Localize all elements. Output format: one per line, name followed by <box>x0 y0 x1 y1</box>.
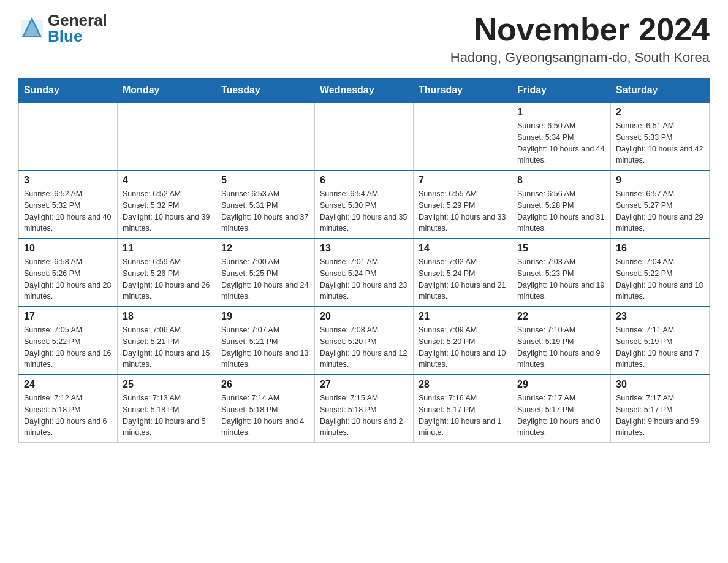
table-row: 13Sunrise: 7:01 AMSunset: 5:24 PMDayligh… <box>315 239 414 307</box>
table-row <box>118 102 216 170</box>
day-info: Sunrise: 7:10 AMSunset: 5:19 PMDaylight:… <box>517 324 605 370</box>
table-row: 16Sunrise: 7:04 AMSunset: 5:22 PMDayligh… <box>611 239 710 307</box>
day-info: Sunrise: 6:59 AMSunset: 5:26 PMDaylight:… <box>123 256 211 302</box>
table-row: 12Sunrise: 7:00 AMSunset: 5:25 PMDayligh… <box>216 239 315 307</box>
day-number: 9 <box>616 175 704 186</box>
day-number: 12 <box>221 243 309 254</box>
day-number: 20 <box>320 311 408 322</box>
calendar-week-row: 24Sunrise: 7:12 AMSunset: 5:18 PMDayligh… <box>19 375 710 443</box>
day-info: Sunrise: 7:02 AMSunset: 5:24 PMDaylight:… <box>419 256 507 302</box>
table-row <box>216 102 315 170</box>
table-row: 27Sunrise: 7:15 AMSunset: 5:18 PMDayligh… <box>315 375 414 443</box>
day-number: 6 <box>320 175 408 186</box>
col-monday: Monday <box>118 79 216 103</box>
day-info: Sunrise: 6:57 AMSunset: 5:27 PMDaylight:… <box>616 188 704 234</box>
day-info: Sunrise: 7:17 AMSunset: 5:17 PMDaylight:… <box>517 393 605 439</box>
day-number: 8 <box>517 175 605 186</box>
day-number: 1 <box>517 107 605 118</box>
calendar-table: Sunday Monday Tuesday Wednesday Thursday… <box>18 78 710 443</box>
day-number: 15 <box>517 243 605 254</box>
day-number: 16 <box>616 243 704 254</box>
calendar-header-row: Sunday Monday Tuesday Wednesday Thursday… <box>19 79 710 103</box>
day-info: Sunrise: 6:53 AMSunset: 5:31 PMDaylight:… <box>221 188 309 234</box>
day-info: Sunrise: 7:13 AMSunset: 5:18 PMDaylight:… <box>123 393 211 439</box>
table-row: 25Sunrise: 7:13 AMSunset: 5:18 PMDayligh… <box>118 375 216 443</box>
day-info: Sunrise: 6:54 AMSunset: 5:30 PMDaylight:… <box>320 188 408 234</box>
table-row: 19Sunrise: 7:07 AMSunset: 5:21 PMDayligh… <box>216 307 315 375</box>
day-info: Sunrise: 7:01 AMSunset: 5:24 PMDaylight:… <box>320 256 408 302</box>
table-row: 15Sunrise: 7:03 AMSunset: 5:23 PMDayligh… <box>512 239 611 307</box>
calendar-week-row: 1Sunrise: 6:50 AMSunset: 5:34 PMDaylight… <box>19 102 710 170</box>
table-row: 2Sunrise: 6:51 AMSunset: 5:33 PMDaylight… <box>611 102 710 170</box>
table-row: 6Sunrise: 6:54 AMSunset: 5:30 PMDaylight… <box>315 170 414 239</box>
logo-area: General Blue <box>18 12 107 44</box>
col-sunday: Sunday <box>19 79 118 103</box>
table-row: 20Sunrise: 7:08 AMSunset: 5:20 PMDayligh… <box>315 307 414 375</box>
table-row: 3Sunrise: 6:52 AMSunset: 5:32 PMDaylight… <box>19 170 118 239</box>
day-number: 23 <box>616 311 704 322</box>
table-row: 4Sunrise: 6:52 AMSunset: 5:32 PMDaylight… <box>118 170 216 239</box>
table-row: 24Sunrise: 7:12 AMSunset: 5:18 PMDayligh… <box>19 375 118 443</box>
title-area: November 2024 Hadong, Gyeongsangnam-do, … <box>450 12 710 66</box>
day-info: Sunrise: 7:14 AMSunset: 5:18 PMDaylight:… <box>221 393 309 439</box>
col-friday: Friday <box>512 79 611 103</box>
table-row <box>19 102 118 170</box>
day-number: 10 <box>24 243 112 254</box>
day-number: 22 <box>517 311 605 322</box>
table-row: 11Sunrise: 6:59 AMSunset: 5:26 PMDayligh… <box>118 239 216 307</box>
day-number: 17 <box>24 311 112 322</box>
day-number: 24 <box>24 379 112 390</box>
day-info: Sunrise: 6:50 AMSunset: 5:34 PMDaylight:… <box>517 120 605 166</box>
table-row: 21Sunrise: 7:09 AMSunset: 5:20 PMDayligh… <box>414 307 512 375</box>
day-info: Sunrise: 7:06 AMSunset: 5:21 PMDaylight:… <box>123 324 211 370</box>
table-row: 1Sunrise: 6:50 AMSunset: 5:34 PMDaylight… <box>512 102 611 170</box>
table-row: 10Sunrise: 6:58 AMSunset: 5:26 PMDayligh… <box>19 239 118 307</box>
table-row: 9Sunrise: 6:57 AMSunset: 5:27 PMDaylight… <box>611 170 710 239</box>
day-info: Sunrise: 7:12 AMSunset: 5:18 PMDaylight:… <box>24 393 112 439</box>
day-number: 7 <box>419 175 507 186</box>
day-number: 11 <box>123 243 211 254</box>
col-saturday: Saturday <box>611 79 710 103</box>
day-info: Sunrise: 6:56 AMSunset: 5:28 PMDaylight:… <box>517 188 605 234</box>
day-number: 26 <box>221 379 309 390</box>
table-row <box>315 102 414 170</box>
col-thursday: Thursday <box>414 79 512 103</box>
table-row <box>414 102 512 170</box>
day-number: 27 <box>320 379 408 390</box>
table-row: 30Sunrise: 7:17 AMSunset: 5:17 PMDayligh… <box>611 375 710 443</box>
col-wednesday: Wednesday <box>315 79 414 103</box>
page-title: November 2024 <box>450 12 710 47</box>
day-number: 13 <box>320 243 408 254</box>
day-info: Sunrise: 7:00 AMSunset: 5:25 PMDaylight:… <box>221 256 309 302</box>
day-info: Sunrise: 7:15 AMSunset: 5:18 PMDaylight:… <box>320 393 408 439</box>
table-row: 28Sunrise: 7:16 AMSunset: 5:17 PMDayligh… <box>414 375 512 443</box>
day-info: Sunrise: 7:04 AMSunset: 5:22 PMDaylight:… <box>616 256 704 302</box>
calendar-week-row: 10Sunrise: 6:58 AMSunset: 5:26 PMDayligh… <box>19 239 710 307</box>
day-number: 18 <box>123 311 211 322</box>
day-info: Sunrise: 7:11 AMSunset: 5:19 PMDaylight:… <box>616 324 704 370</box>
calendar-week-row: 17Sunrise: 7:05 AMSunset: 5:22 PMDayligh… <box>19 307 710 375</box>
day-info: Sunrise: 6:58 AMSunset: 5:26 PMDaylight:… <box>24 256 112 302</box>
day-info: Sunrise: 6:51 AMSunset: 5:33 PMDaylight:… <box>616 120 704 166</box>
table-row: 29Sunrise: 7:17 AMSunset: 5:17 PMDayligh… <box>512 375 611 443</box>
day-info: Sunrise: 7:03 AMSunset: 5:23 PMDaylight:… <box>517 256 605 302</box>
day-info: Sunrise: 7:05 AMSunset: 5:22 PMDaylight:… <box>24 324 112 370</box>
day-number: 5 <box>221 175 309 186</box>
table-row: 22Sunrise: 7:10 AMSunset: 5:19 PMDayligh… <box>512 307 611 375</box>
table-row: 26Sunrise: 7:14 AMSunset: 5:18 PMDayligh… <box>216 375 315 443</box>
day-number: 19 <box>221 311 309 322</box>
logo-blue-text: Blue <box>48 28 107 44</box>
day-number: 4 <box>123 175 211 186</box>
day-number: 28 <box>419 379 507 390</box>
day-info: Sunrise: 7:17 AMSunset: 5:17 PMDaylight:… <box>616 393 704 439</box>
day-info: Sunrise: 7:08 AMSunset: 5:20 PMDaylight:… <box>320 324 408 370</box>
day-info: Sunrise: 6:52 AMSunset: 5:32 PMDaylight:… <box>24 188 112 234</box>
table-row: 5Sunrise: 6:53 AMSunset: 5:31 PMDaylight… <box>216 170 315 239</box>
logo-icon <box>18 15 45 42</box>
table-row: 8Sunrise: 6:56 AMSunset: 5:28 PMDaylight… <box>512 170 611 239</box>
logo-general-text: General <box>48 12 107 28</box>
day-number: 14 <box>419 243 507 254</box>
table-row: 23Sunrise: 7:11 AMSunset: 5:19 PMDayligh… <box>611 307 710 375</box>
day-number: 2 <box>616 107 704 118</box>
col-tuesday: Tuesday <box>216 79 315 103</box>
